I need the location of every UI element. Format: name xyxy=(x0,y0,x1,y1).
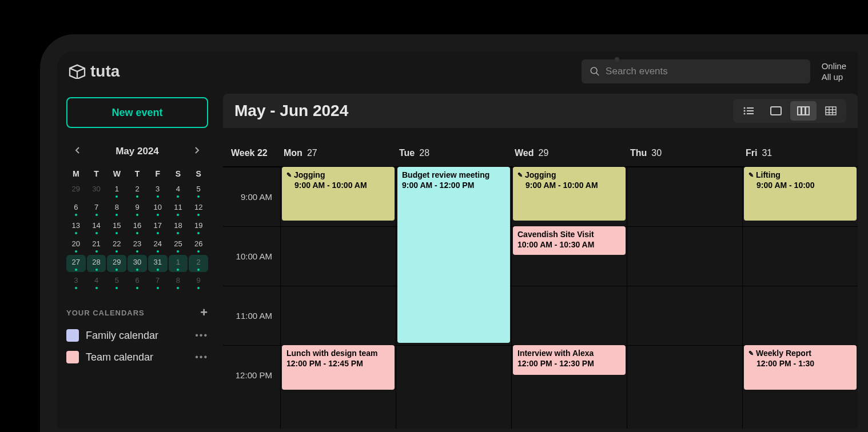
sidebar: New event May 2024 MTWTFSS29301234567891… xyxy=(57,91,217,429)
svg-rect-11 xyxy=(806,107,809,115)
mini-cal-day[interactable]: 9 xyxy=(189,273,208,290)
svg-rect-3 xyxy=(747,107,754,109)
mini-cal-day[interactable]: 4 xyxy=(87,273,106,290)
calendar-swatch xyxy=(66,329,79,342)
event-time: 9:00 AM - 10:00 xyxy=(748,181,852,190)
calendar-event[interactable]: ✎Jogging9:00 AM - 10:00 AM xyxy=(513,167,626,221)
calendar-event[interactable]: ✎Weekly Report12:00 PM - 1:30 xyxy=(744,345,857,390)
mini-cal-day[interactable]: 8 xyxy=(107,200,126,217)
mini-cal-day[interactable]: 24 xyxy=(148,237,168,254)
day-header[interactable]: Fri31 xyxy=(742,148,858,158)
prev-month-button[interactable] xyxy=(70,144,85,159)
search-input[interactable] xyxy=(606,66,802,77)
calendar-item[interactable]: Team calendar••• xyxy=(66,351,208,363)
mini-cal-day[interactable]: 18 xyxy=(169,218,188,235)
days-header: Week 22 Mon27Tue28Wed29Thu30Fri31 xyxy=(223,139,858,167)
search-box[interactable] xyxy=(582,59,810,83)
mini-cal-day[interactable]: 21 xyxy=(87,237,106,254)
mini-cal-day[interactable]: 1 xyxy=(107,182,126,199)
mini-cal-day[interactable]: 15 xyxy=(107,218,126,235)
mini-cal-day[interactable]: 13 xyxy=(66,218,86,235)
mini-cal-day[interactable]: 31 xyxy=(148,255,168,272)
calendar-menu-button[interactable]: ••• xyxy=(195,352,208,362)
chevron-right-icon xyxy=(194,146,200,154)
view-agenda-button[interactable] xyxy=(735,101,762,121)
mini-cal-day[interactable]: 17 xyxy=(148,218,168,235)
day-column[interactable] xyxy=(627,167,742,429)
mini-cal-day[interactable]: 6 xyxy=(128,273,147,290)
mini-cal-day[interactable]: 30 xyxy=(87,182,106,199)
mini-cal-day[interactable]: 2 xyxy=(189,255,208,272)
time-slot-label: 12:00 PM xyxy=(223,345,280,405)
calendar-item[interactable]: Family calendar••• xyxy=(66,329,208,342)
pencil-icon: ✎ xyxy=(517,171,523,179)
svg-rect-8 xyxy=(771,107,781,115)
mini-cal-day[interactable]: 4 xyxy=(169,182,188,199)
week-label: Week 22 xyxy=(223,148,280,158)
new-event-button[interactable]: New event xyxy=(66,97,208,128)
next-month-button[interactable] xyxy=(190,144,205,159)
mini-cal-day[interactable]: 16 xyxy=(128,218,147,235)
mini-cal-dow: S xyxy=(169,167,188,181)
mini-cal-day[interactable]: 10 xyxy=(148,200,168,217)
event-time: 9:00 AM - 12:00 PM xyxy=(402,181,505,190)
calendar-event[interactable]: Interview with Alexa12:00 PM - 12:30 PM xyxy=(513,345,626,375)
day-header[interactable]: Thu30 xyxy=(627,148,742,158)
mini-cal-day[interactable]: 1 xyxy=(169,255,188,272)
time-slot-label: 10:00 AM xyxy=(223,226,280,286)
mini-cal-day[interactable]: 22 xyxy=(107,237,126,254)
mini-cal-day[interactable]: 25 xyxy=(169,237,188,254)
mini-cal-day[interactable]: 23 xyxy=(128,237,147,254)
calendar-event[interactable]: ✎Jogging9:00 AM - 10:00 AM xyxy=(282,167,395,221)
mini-cal-day[interactable]: 2 xyxy=(128,182,147,199)
mini-cal-day[interactable]: 14 xyxy=(87,218,106,235)
day-column[interactable]: Budget review meeting9:00 AM - 12:00 PM xyxy=(396,167,511,429)
mini-cal-day[interactable]: 11 xyxy=(169,200,188,217)
mini-cal-day[interactable]: 27 xyxy=(66,255,86,272)
app-logo-text: tuta xyxy=(90,62,120,81)
calendar-event[interactable]: Lunch with design team12:00 PM - 12:45 P… xyxy=(282,345,395,390)
calendar-label: Family calendar xyxy=(86,330,188,342)
day-header[interactable]: Wed29 xyxy=(511,148,627,158)
mini-cal-day[interactable]: 3 xyxy=(148,182,168,199)
event-title: Lunch with design team xyxy=(286,349,390,358)
mini-cal-day[interactable]: 3 xyxy=(66,273,86,290)
mini-cal-day[interactable]: 5 xyxy=(107,273,126,290)
mini-cal-day[interactable]: 5 xyxy=(189,182,208,199)
mini-cal-day[interactable]: 29 xyxy=(66,182,86,199)
mini-cal-day[interactable]: 28 xyxy=(87,255,106,272)
mini-cal-day[interactable]: 29 xyxy=(107,255,126,272)
time-slot-label: 11:00 AM xyxy=(223,286,280,345)
mini-cal-day[interactable]: 30 xyxy=(128,255,147,272)
mini-cal-day[interactable]: 20 xyxy=(66,237,86,254)
calendar-event[interactable]: Budget review meeting9:00 AM - 12:00 PM xyxy=(397,167,510,343)
event-title: Budget review meeting xyxy=(402,170,505,179)
mini-cal-day[interactable]: 9 xyxy=(128,200,147,217)
mini-cal-day[interactable]: 19 xyxy=(189,218,208,235)
mini-cal-day[interactable]: 12 xyxy=(189,200,208,217)
calendar-menu-button[interactable]: ••• xyxy=(195,330,208,341)
day-header[interactable]: Mon27 xyxy=(280,148,396,158)
add-calendar-button[interactable]: + xyxy=(200,305,208,320)
view-day-button[interactable] xyxy=(763,101,789,121)
mini-cal-day[interactable]: 7 xyxy=(148,273,168,290)
day-column[interactable]: ✎Jogging9:00 AM - 10:00 AMCavendish Site… xyxy=(511,167,627,429)
view-month-button[interactable] xyxy=(818,101,844,121)
svg-point-0 xyxy=(591,67,597,74)
svg-line-1 xyxy=(596,73,599,75)
event-time: 9:00 AM - 10:00 AM xyxy=(517,181,621,190)
day-column[interactable]: ✎Jogging9:00 AM - 10:00 AMLunch with des… xyxy=(280,167,396,429)
calendar-event[interactable]: ✎Lifting9:00 AM - 10:00 xyxy=(744,167,857,221)
day-header[interactable]: Tue28 xyxy=(396,148,511,158)
your-calendars-section: YOUR CALENDARS + Family calendar•••Team … xyxy=(66,305,208,363)
pencil-icon: ✎ xyxy=(748,350,754,357)
calendar-event[interactable]: Cavendish Site Visit10:00 AM - 10:30 AM xyxy=(513,226,626,255)
day-column[interactable]: ✎Lifting9:00 AM - 10:00✎Weekly Report12:… xyxy=(742,167,858,429)
view-week-button[interactable] xyxy=(790,101,817,121)
mini-cal-day[interactable]: 7 xyxy=(87,200,106,217)
mini-calendar: May 2024 MTWTFSS293012345678910111213141… xyxy=(66,142,208,290)
mini-cal-day[interactable]: 26 xyxy=(189,237,208,254)
mini-cal-day[interactable]: 6 xyxy=(66,200,86,217)
mini-cal-day[interactable]: 8 xyxy=(169,273,188,290)
week-icon xyxy=(797,106,810,115)
